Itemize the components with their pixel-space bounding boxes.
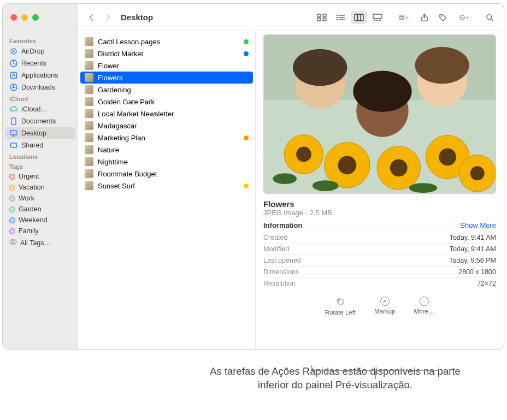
rotate-icon: [335, 297, 345, 307]
desktop-icon: [9, 129, 18, 138]
zoom-window-button[interactable]: [32, 14, 39, 21]
sidebar-item-label: Urgent: [19, 173, 39, 180]
sidebar-item-label: Desktop: [21, 129, 46, 137]
doc-icon: [9, 117, 18, 126]
file-name-label: Flower: [98, 62, 249, 70]
clock-icon: [9, 59, 18, 68]
toolbar: Desktop: [78, 11, 504, 24]
sidebar-item-documents[interactable]: Documents: [5, 115, 75, 127]
sidebar-item-label: AirDrop: [21, 48, 44, 55]
svg-rect-5: [339, 15, 345, 15]
forward-button[interactable]: [101, 11, 114, 24]
tags-button[interactable]: [435, 11, 451, 24]
icon-view-button[interactable]: [314, 11, 330, 24]
sidebar-item-label: Documents: [21, 117, 56, 125]
sidebar-item-label: Vacation: [19, 184, 45, 191]
sidebar-item-urgent[interactable]: Urgent: [5, 171, 75, 182]
preview-info-title: Information: [263, 221, 303, 229]
search-button[interactable]: [482, 11, 498, 24]
svg-point-47: [415, 47, 469, 84]
sidebar-item-garden[interactable]: Garden: [5, 204, 75, 215]
sidebar-item-applications[interactable]: Applications: [5, 69, 75, 81]
file-row[interactable]: Madagascar: [80, 120, 253, 132]
file-row[interactable]: Sunset Surf: [80, 180, 253, 192]
sidebar-item-recents[interactable]: Recents: [5, 57, 75, 69]
sidebar-item-airdrop[interactable]: AirDrop: [5, 45, 75, 57]
svg-point-58: [273, 173, 297, 184]
svg-rect-13: [373, 14, 382, 19]
svg-rect-16: [379, 20, 381, 21]
quick-action-more[interactable]: ···More…: [414, 297, 434, 316]
group-by-button[interactable]: [393, 11, 414, 24]
file-thumbnail-icon: [85, 145, 93, 154]
tag-dot-icon: [9, 196, 15, 202]
svg-rect-36: [12, 136, 15, 137]
sidebar-item-downloads[interactable]: Downloads: [5, 81, 75, 93]
svg-point-54: [338, 156, 357, 174]
info-row: ModifiedToday, 9:41 AM: [263, 243, 496, 255]
quick-action-rotate[interactable]: Rotate Left: [325, 297, 356, 316]
sidebar-section-title: Favorites: [5, 36, 75, 45]
info-key: Created: [263, 234, 287, 241]
sidebar-section-title: Locations: [5, 151, 75, 161]
back-button[interactable]: [85, 11, 98, 24]
file-row[interactable]: Gardening: [80, 84, 253, 96]
file-row[interactable]: Golden Gate Park: [80, 96, 253, 108]
svg-point-6: [337, 16, 338, 18]
file-tag-dot: [244, 51, 249, 56]
file-name-label: Nature: [98, 146, 249, 154]
file-row[interactable]: Nighttime: [80, 156, 253, 168]
sidebar-item-shared[interactable]: Shared: [5, 139, 75, 151]
sidebar-item-work[interactable]: Work: [5, 193, 75, 204]
file-row[interactable]: Nature: [80, 144, 253, 156]
show-more-link[interactable]: Show More: [460, 221, 496, 229]
info-value: Today, 9:41 AM: [450, 245, 496, 253]
minimize-window-button[interactable]: [21, 14, 28, 21]
bracket-icon: [311, 365, 439, 380]
column-view-button[interactable]: [351, 11, 367, 24]
info-value: 72×72: [477, 280, 496, 287]
svg-line-28: [491, 19, 493, 21]
share-button[interactable]: [416, 11, 433, 24]
action-menu-button[interactable]: [453, 11, 474, 24]
svg-point-25: [462, 17, 462, 17]
sidebar-item-vacation[interactable]: Vacation: [5, 182, 75, 193]
sidebar-item-all-tags-[interactable]: All Tags…: [5, 236, 75, 249]
info-value: Today, 9:56 PM: [449, 257, 496, 264]
info-value: 2800 x 1800: [458, 268, 496, 276]
sidebar-item-family[interactable]: Family: [5, 226, 75, 236]
preview-info-list: CreatedToday, 9:41 AMModifiedToday, 9:41…: [263, 232, 496, 289]
file-row[interactable]: Marketing Plan: [80, 132, 253, 144]
sidebar-item-label: Applications: [21, 72, 58, 79]
file-tag-dot: [244, 39, 249, 44]
svg-rect-10: [355, 14, 363, 21]
sidebar-item-desktop[interactable]: Desktop: [5, 127, 75, 139]
file-name-label: Marketing Plan: [98, 134, 239, 142]
window-controls: [3, 4, 78, 31]
sidebar-item-label: Work: [19, 194, 34, 202]
file-thumbnail-icon: [85, 49, 93, 58]
list-view-button[interactable]: [332, 11, 349, 24]
preview-image: [263, 34, 496, 194]
file-row[interactable]: Flower: [80, 60, 253, 72]
file-row[interactable]: District Market: [80, 48, 253, 60]
file-name-label: Flowers: [98, 74, 249, 82]
quick-action-label: Rotate Left: [325, 309, 356, 316]
file-row[interactable]: Local Market Newsletter: [80, 108, 253, 120]
quick-action-label: Markup: [374, 308, 395, 315]
sidebar-item-icloud-[interactable]: iCloud…: [5, 103, 75, 115]
finder-window: Desktop FavoritesAirDropRecentsApplicati…: [2, 3, 504, 350]
annotation-callout: As tarefas de Ações Rápidas estão dispon…: [2, 365, 504, 392]
quick-action-markup[interactable]: AMarkup: [374, 297, 395, 316]
file-row[interactable]: Cacti Lesson.pages: [80, 36, 253, 48]
file-row[interactable]: Roommate Budget: [80, 168, 253, 180]
sidebar-item-weekend[interactable]: Weekend: [5, 215, 75, 226]
sidebar-item-label: Downloads: [21, 84, 55, 91]
svg-rect-18: [402, 15, 404, 16]
file-row[interactable]: Flowers: [80, 72, 253, 84]
gallery-view-button[interactable]: [369, 11, 386, 24]
preview-file-name: Flowers: [263, 199, 496, 209]
close-window-button[interactable]: [10, 14, 17, 21]
preview-pane: Flowers JPEG image - 2.5 MB Information …: [255, 31, 504, 349]
svg-point-30: [13, 50, 15, 52]
